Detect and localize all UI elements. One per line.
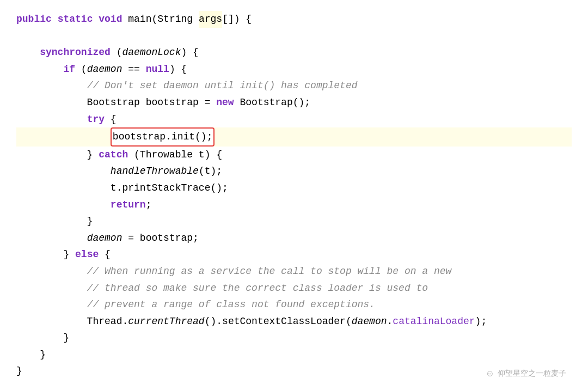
code-line-blank1 xyxy=(16,28,572,45)
var-daemon-1: daemon xyxy=(87,61,122,78)
code-line-3: synchronized (daemonLock) { xyxy=(16,44,572,61)
code-line-6: Bootstrap bootstrap = new Bootstrap(); xyxy=(16,94,572,111)
code-line-15: } else { xyxy=(16,246,572,263)
code-line-11: t.printStackTrace(); xyxy=(16,180,572,197)
code-line-16: // When running as a service the call to… xyxy=(16,263,572,280)
keyword-if: if xyxy=(63,61,75,78)
code-line-8: bootstrap.init(); xyxy=(16,127,572,147)
code-line-14: daemon = bootstrap; xyxy=(16,230,572,247)
watermark: ☺ 仰望星空之一粒麦子 xyxy=(486,366,566,378)
call-currentthread: currentThread xyxy=(128,313,204,330)
code-line-10: handleThrowable(t); xyxy=(16,163,572,180)
code-line-1: public static void main(String args[]) { xyxy=(16,11,572,28)
code-line-20: } xyxy=(16,330,572,346)
watermark-icon: ☺ xyxy=(486,366,494,378)
param-args: args xyxy=(199,11,222,28)
code-line-18: // prevent a range of class not found ex… xyxy=(16,296,572,313)
comment-4: // prevent a range of class not found ex… xyxy=(87,296,375,313)
boxed-init-call: bootstrap.init(); xyxy=(111,127,215,147)
keyword-static: static xyxy=(58,11,93,28)
keyword-public: public xyxy=(16,11,52,28)
keyword-new: new xyxy=(216,94,234,111)
code-line-12: return; xyxy=(16,197,572,214)
var-daemon-2: daemon xyxy=(87,230,122,247)
comment-3: // thread so make sure the correct class… xyxy=(87,280,428,297)
code-line-19: Thread.currentThread().setContextClassLo… xyxy=(16,313,572,330)
code-line-21: } xyxy=(16,346,572,363)
var-daemon-3: daemon xyxy=(352,313,387,330)
call-handlethrowable: handleThrowable xyxy=(111,163,199,180)
code-line-4: if (daemon == null) { xyxy=(16,61,572,78)
code-line-7: try { xyxy=(16,111,572,128)
code-line-13: } xyxy=(16,213,572,230)
comment-1: // Don't set daemon until init() has com… xyxy=(87,77,358,94)
watermark-text: 仰望星空之一粒麦子 xyxy=(498,367,566,378)
code-line-5: // Don't set daemon until init() has com… xyxy=(16,77,572,94)
keyword-else: else xyxy=(75,246,99,263)
code-line-9: } catch (Throwable t) { xyxy=(16,147,572,163)
keyword-synchronized: synchronized xyxy=(40,44,111,61)
var-daemonlock: daemonLock xyxy=(122,44,181,61)
code-line-17: // thread so make sure the correct class… xyxy=(16,280,572,297)
keyword-void: void xyxy=(99,11,122,28)
comment-2: // When running as a service the call to… xyxy=(87,263,452,280)
field-catalinaloadeer: catalinaLoader xyxy=(393,313,475,330)
keyword-return: return xyxy=(111,197,146,214)
keyword-catch: catch xyxy=(99,147,128,163)
keyword-null: null xyxy=(146,61,169,78)
keyword-try: try xyxy=(87,111,105,128)
code-block: public static void main(String args[]) {… xyxy=(0,0,588,378)
